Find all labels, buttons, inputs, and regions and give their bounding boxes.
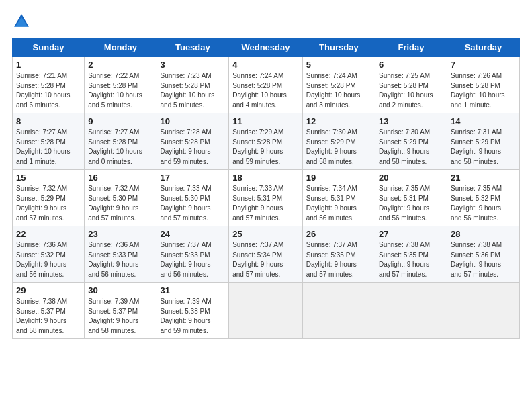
day-number: 21 (451, 173, 516, 183)
weekday-header-row: SundayMondayTuesdayWednesdayThursdayFrid… (13, 38, 520, 57)
day-cell: 22Sunrise: 7:36 AM Sunset: 5:32 PM Dayli… (13, 226, 85, 283)
weekday-header-thursday: Thursday (302, 38, 375, 57)
day-number: 5 (306, 60, 371, 70)
day-info: Sunrise: 7:39 AM Sunset: 5:37 PM Dayligh… (88, 297, 152, 336)
day-cell: 10Sunrise: 7:28 AM Sunset: 5:28 PM Dayli… (157, 113, 229, 170)
week-row-2: 8Sunrise: 7:27 AM Sunset: 5:28 PM Daylig… (13, 113, 520, 170)
calendar-table: SundayMondayTuesdayWednesdayThursdayFrid… (12, 38, 520, 339)
day-info: Sunrise: 7:22 AM Sunset: 5:28 PM Dayligh… (88, 71, 152, 110)
day-cell: 5Sunrise: 7:24 AM Sunset: 5:28 PM Daylig… (302, 57, 375, 113)
logo (12, 12, 32, 31)
day-number: 15 (16, 173, 81, 183)
day-cell: 13Sunrise: 7:30 AM Sunset: 5:29 PM Dayli… (375, 113, 447, 170)
day-number: 16 (88, 173, 152, 183)
day-cell: 29Sunrise: 7:38 AM Sunset: 5:37 PM Dayli… (13, 283, 85, 339)
day-number: 12 (306, 116, 371, 126)
day-number: 11 (232, 116, 299, 126)
weekday-header-tuesday: Tuesday (157, 38, 229, 57)
day-info: Sunrise: 7:32 AM Sunset: 5:30 PM Dayligh… (88, 184, 152, 223)
day-info: Sunrise: 7:27 AM Sunset: 5:28 PM Dayligh… (88, 128, 152, 167)
day-number: 13 (379, 116, 443, 126)
day-info: Sunrise: 7:24 AM Sunset: 5:28 PM Dayligh… (232, 71, 299, 110)
day-info: Sunrise: 7:38 AM Sunset: 5:36 PM Dayligh… (451, 240, 516, 279)
day-cell: 16Sunrise: 7:32 AM Sunset: 5:30 PM Dayli… (85, 170, 157, 226)
day-info: Sunrise: 7:36 AM Sunset: 5:32 PM Dayligh… (16, 240, 81, 279)
day-number: 17 (161, 173, 226, 183)
day-info: Sunrise: 7:34 AM Sunset: 5:31 PM Dayligh… (306, 184, 371, 223)
day-number: 8 (16, 116, 81, 126)
day-number: 19 (306, 173, 371, 183)
day-cell: 15Sunrise: 7:32 AM Sunset: 5:29 PM Dayli… (13, 170, 85, 226)
day-cell: 4Sunrise: 7:24 AM Sunset: 5:28 PM Daylig… (229, 57, 303, 113)
day-cell: 25Sunrise: 7:37 AM Sunset: 5:34 PM Dayli… (229, 226, 303, 283)
day-number: 24 (161, 229, 226, 239)
day-info: Sunrise: 7:35 AM Sunset: 5:32 PM Dayligh… (451, 184, 516, 223)
day-cell: 14Sunrise: 7:31 AM Sunset: 5:29 PM Dayli… (447, 113, 519, 170)
day-cell (302, 283, 375, 339)
weekday-header-friday: Friday (375, 38, 447, 57)
day-info: Sunrise: 7:37 AM Sunset: 5:35 PM Dayligh… (306, 240, 371, 279)
day-number: 20 (379, 173, 443, 183)
day-info: Sunrise: 7:39 AM Sunset: 5:38 PM Dayligh… (161, 297, 226, 336)
weekday-header-saturday: Saturday (447, 38, 519, 57)
day-info: Sunrise: 7:35 AM Sunset: 5:31 PM Dayligh… (379, 184, 443, 223)
week-row-1: 1Sunrise: 7:21 AM Sunset: 5:28 PM Daylig… (13, 57, 520, 113)
day-info: Sunrise: 7:28 AM Sunset: 5:28 PM Dayligh… (161, 128, 226, 167)
day-info: Sunrise: 7:29 AM Sunset: 5:28 PM Dayligh… (232, 128, 299, 167)
day-number: 3 (161, 60, 226, 70)
day-info: Sunrise: 7:38 AM Sunset: 5:35 PM Dayligh… (379, 240, 443, 279)
day-number: 25 (232, 229, 299, 239)
day-number: 27 (379, 229, 443, 239)
day-cell: 30Sunrise: 7:39 AM Sunset: 5:37 PM Dayli… (85, 283, 157, 339)
day-info: Sunrise: 7:37 AM Sunset: 5:34 PM Dayligh… (232, 240, 299, 279)
day-number: 10 (161, 116, 226, 126)
day-info: Sunrise: 7:30 AM Sunset: 5:29 PM Dayligh… (379, 128, 443, 167)
day-info: Sunrise: 7:31 AM Sunset: 5:29 PM Dayligh… (451, 128, 516, 167)
header (12, 12, 520, 31)
day-number: 4 (232, 60, 299, 70)
day-number: 9 (88, 116, 152, 126)
day-cell: 18Sunrise: 7:33 AM Sunset: 5:31 PM Dayli… (229, 170, 303, 226)
page: SundayMondayTuesdayWednesdayThursdayFrid… (0, 0, 532, 411)
weekday-header-wednesday: Wednesday (229, 38, 303, 57)
day-cell: 1Sunrise: 7:21 AM Sunset: 5:28 PM Daylig… (13, 57, 85, 113)
day-number: 31 (161, 285, 226, 295)
day-info: Sunrise: 7:24 AM Sunset: 5:28 PM Dayligh… (306, 71, 371, 110)
weekday-header-sunday: Sunday (13, 38, 85, 57)
week-row-3: 15Sunrise: 7:32 AM Sunset: 5:29 PM Dayli… (13, 170, 520, 226)
day-number: 22 (16, 229, 81, 239)
day-info: Sunrise: 7:25 AM Sunset: 5:28 PM Dayligh… (379, 71, 443, 110)
logo-icon (12, 12, 31, 31)
day-cell: 21Sunrise: 7:35 AM Sunset: 5:32 PM Dayli… (447, 170, 519, 226)
day-cell: 28Sunrise: 7:38 AM Sunset: 5:36 PM Dayli… (447, 226, 519, 283)
day-info: Sunrise: 7:38 AM Sunset: 5:37 PM Dayligh… (16, 297, 81, 336)
day-info: Sunrise: 7:23 AM Sunset: 5:28 PM Dayligh… (161, 71, 226, 110)
day-cell: 27Sunrise: 7:38 AM Sunset: 5:35 PM Dayli… (375, 226, 447, 283)
day-cell: 8Sunrise: 7:27 AM Sunset: 5:28 PM Daylig… (13, 113, 85, 170)
day-cell: 19Sunrise: 7:34 AM Sunset: 5:31 PM Dayli… (302, 170, 375, 226)
day-number: 29 (16, 285, 81, 295)
day-cell: 2Sunrise: 7:22 AM Sunset: 5:28 PM Daylig… (85, 57, 157, 113)
day-info: Sunrise: 7:33 AM Sunset: 5:30 PM Dayligh… (161, 184, 226, 223)
week-row-4: 22Sunrise: 7:36 AM Sunset: 5:32 PM Dayli… (13, 226, 520, 283)
day-info: Sunrise: 7:36 AM Sunset: 5:33 PM Dayligh… (88, 240, 152, 279)
day-number: 2 (88, 60, 152, 70)
day-number: 14 (451, 116, 516, 126)
day-info: Sunrise: 7:27 AM Sunset: 5:28 PM Dayligh… (16, 128, 81, 167)
day-cell: 7Sunrise: 7:26 AM Sunset: 5:28 PM Daylig… (447, 57, 519, 113)
day-cell (375, 283, 447, 339)
day-cell: 17Sunrise: 7:33 AM Sunset: 5:30 PM Dayli… (157, 170, 229, 226)
day-number: 28 (451, 229, 516, 239)
day-cell: 9Sunrise: 7:27 AM Sunset: 5:28 PM Daylig… (85, 113, 157, 170)
day-number: 1 (16, 60, 81, 70)
day-cell: 6Sunrise: 7:25 AM Sunset: 5:28 PM Daylig… (375, 57, 447, 113)
day-cell: 31Sunrise: 7:39 AM Sunset: 5:38 PM Dayli… (157, 283, 229, 339)
day-info: Sunrise: 7:37 AM Sunset: 5:33 PM Dayligh… (161, 240, 226, 279)
day-number: 23 (88, 229, 152, 239)
day-cell: 3Sunrise: 7:23 AM Sunset: 5:28 PM Daylig… (157, 57, 229, 113)
day-cell: 26Sunrise: 7:37 AM Sunset: 5:35 PM Dayli… (302, 226, 375, 283)
day-number: 30 (88, 285, 152, 295)
day-info: Sunrise: 7:21 AM Sunset: 5:28 PM Dayligh… (16, 71, 81, 110)
day-cell (447, 283, 519, 339)
day-cell: 12Sunrise: 7:30 AM Sunset: 5:29 PM Dayli… (302, 113, 375, 170)
